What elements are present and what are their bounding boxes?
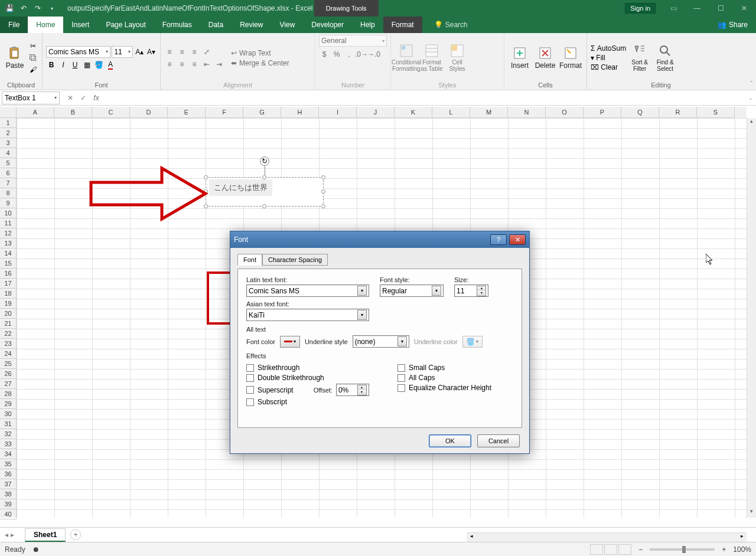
column-header[interactable]: N — [508, 107, 546, 118]
row-header[interactable]: 18 — [0, 289, 17, 299]
format-cells-button[interactable]: Format — [559, 46, 582, 70]
font-size-combo[interactable]: 11 ▾ — [112, 46, 133, 58]
row-header[interactable]: 35 — [0, 459, 17, 469]
name-box[interactable]: TextBox 1 ▾ — [2, 91, 60, 104]
decrease-decimal-icon[interactable]: →.0 — [369, 49, 379, 60]
row-header[interactable]: 13 — [0, 238, 17, 248]
tab-insert[interactable]: Insert — [63, 17, 97, 33]
font-size-spinner[interactable]: 11 ▴▾ — [454, 284, 488, 297]
find-select-button[interactable]: Find & Select — [653, 44, 677, 72]
row-header[interactable]: 37 — [0, 479, 17, 489]
row-header[interactable]: 1 — [0, 118, 17, 128]
tab-review[interactable]: Review — [232, 17, 271, 33]
currency-icon[interactable]: $ — [319, 49, 330, 60]
resize-handle[interactable] — [262, 204, 266, 208]
underline-color-picker[interactable]: 🪣 ▾ — [462, 336, 483, 348]
row-header[interactable]: 38 — [0, 489, 17, 499]
resize-handle[interactable] — [262, 175, 266, 179]
clear-button[interactable]: ⌧ Clear — [591, 63, 626, 71]
italic-button[interactable]: I — [58, 60, 69, 70]
column-header[interactable]: Q — [621, 107, 659, 118]
scroll-up-icon[interactable]: ▴ — [747, 118, 756, 127]
zoom-out-button[interactable]: − — [638, 545, 643, 554]
merge-center-button[interactable]: ⬌ Merge & Center — [231, 59, 289, 67]
resize-handle[interactable] — [321, 204, 325, 208]
zoom-in-button[interactable]: + — [722, 545, 726, 554]
row-header[interactable]: 4 — [0, 148, 17, 158]
row-header[interactable]: 34 — [0, 449, 17, 459]
tab-format[interactable]: Format — [383, 17, 422, 33]
row-header[interactable]: 29 — [0, 399, 17, 409]
rotate-handle[interactable]: ↻ — [260, 156, 269, 166]
spin-up-icon[interactable]: ▴ — [477, 286, 485, 291]
shape-text-content[interactable]: こんにちは世界 — [209, 179, 272, 196]
ok-button[interactable]: OK — [429, 434, 471, 447]
row-header[interactable]: 8 — [0, 188, 17, 198]
share-button[interactable]: 👥 Share — [709, 17, 756, 33]
redo-icon[interactable]: ↷ — [32, 2, 44, 14]
tab-developer[interactable]: Developer — [303, 17, 352, 33]
equalize-height-checkbox[interactable] — [397, 384, 405, 392]
column-header[interactable]: R — [659, 107, 697, 118]
tab-formulas[interactable]: Formulas — [154, 17, 200, 33]
tab-page-layout[interactable]: Page Layout — [97, 17, 154, 33]
zoom-level-label[interactable]: 100% — [733, 545, 751, 554]
wrap-text-button[interactable]: ↩ Wrap Text — [231, 49, 289, 57]
small-caps-checkbox[interactable] — [397, 364, 405, 372]
align-bottom-icon[interactable]: ≡ — [189, 47, 200, 57]
prev-sheet-icon[interactable]: ◂ — [5, 531, 8, 539]
text-box-shape[interactable]: ↻ こんにちは世界 — [206, 177, 324, 207]
fill-button[interactable]: ▾ Fill — [591, 54, 626, 62]
all-caps-checkbox[interactable] — [397, 374, 405, 382]
font-name-combo[interactable]: Comic Sans MS ▾ — [46, 46, 110, 58]
row-header[interactable]: 36 — [0, 469, 17, 479]
customize-qa-icon[interactable]: ▾ — [46, 2, 58, 14]
macro-record-icon[interactable]: ⏺ — [32, 545, 40, 554]
zoom-slider[interactable] — [650, 548, 715, 551]
undo-icon[interactable]: ↶ — [18, 2, 30, 14]
latin-font-combo[interactable]: Comic Sans MS ▾ — [246, 284, 369, 297]
column-header[interactable]: P — [584, 107, 621, 118]
dialog-close-button[interactable]: ✕ — [509, 234, 526, 245]
strikethrough-checkbox[interactable] — [246, 364, 254, 372]
resize-handle[interactable] — [321, 189, 325, 194]
fx-icon[interactable]: fx — [90, 91, 103, 104]
next-sheet-icon[interactable]: ▸ — [11, 531, 14, 539]
cut-icon[interactable]: ✂ — [28, 41, 38, 51]
resize-handle[interactable] — [204, 189, 208, 194]
format-painter-icon[interactable]: 🖌 — [28, 64, 38, 75]
resize-handle[interactable] — [204, 175, 208, 179]
double-strikethrough-checkbox[interactable] — [246, 374, 254, 382]
comma-icon[interactable]: , — [344, 49, 354, 60]
row-header[interactable]: 40 — [0, 509, 17, 519]
cancel-button[interactable]: Cancel — [477, 434, 520, 447]
row-header[interactable]: 23 — [0, 339, 17, 349]
delete-cells-button[interactable]: Delete — [533, 46, 557, 70]
spin-down-icon[interactable]: ▾ — [358, 390, 366, 395]
row-header[interactable]: 19 — [0, 299, 17, 309]
row-header[interactable]: 3 — [0, 138, 17, 148]
row-header[interactable]: 30 — [0, 409, 17, 419]
sheet-tab-active[interactable]: Sheet1 — [25, 528, 66, 542]
row-header[interactable]: 7 — [0, 178, 17, 188]
column-header[interactable]: I — [319, 107, 357, 118]
row-header[interactable]: 17 — [0, 279, 17, 289]
indent-increase-icon[interactable]: ⇥ — [214, 59, 224, 70]
row-header[interactable]: 28 — [0, 389, 17, 399]
tell-me-search[interactable]: 💡 Search — [434, 17, 468, 33]
tab-home[interactable]: Home — [28, 17, 63, 33]
row-header[interactable]: 10 — [0, 208, 17, 218]
dialog-tab-character-spacing[interactable]: Character Spacing — [262, 254, 328, 266]
resize-handle[interactable] — [204, 204, 208, 208]
column-header[interactable]: O — [546, 107, 584, 118]
formula-input[interactable] — [109, 91, 745, 104]
column-header[interactable]: G — [243, 107, 281, 118]
font-style-combo[interactable]: Regular ▾ — [380, 284, 444, 297]
ribbon-options-icon[interactable]: ▭ — [662, 0, 685, 17]
row-header[interactable]: 31 — [0, 419, 17, 429]
sign-in-button[interactable]: Sign in — [625, 3, 656, 14]
column-header[interactable]: A — [17, 107, 54, 118]
row-header[interactable]: 22 — [0, 329, 17, 339]
number-format-combo[interactable]: General ▾ — [319, 35, 387, 47]
scroll-right-icon[interactable]: ▸ — [737, 533, 747, 542]
